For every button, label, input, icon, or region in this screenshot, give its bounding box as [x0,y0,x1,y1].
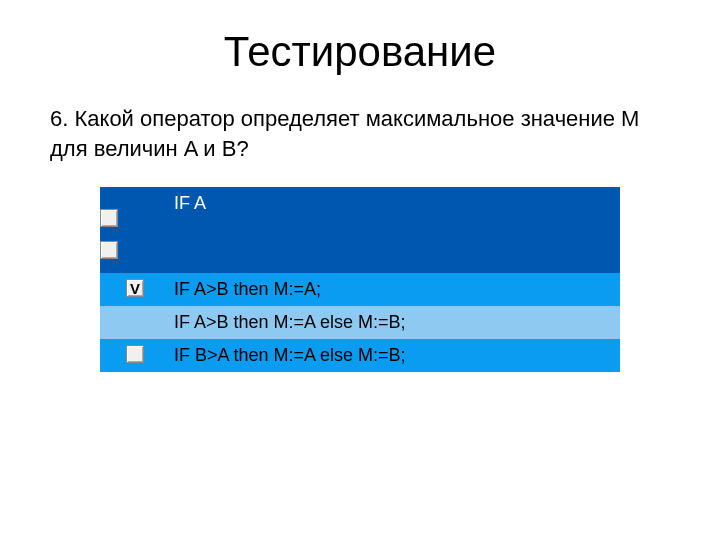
option-row-3: IF B>A then M:=A else M:=B; [100,339,620,372]
option-check-cell-1: V [100,273,170,297]
option-label-0: IF A [170,187,620,220]
option-row-0: IF A [100,187,620,273]
options-table: IF A V IF A>B then M:=A; IF A>B then M:=… [100,187,620,372]
option-check-cell-3 [100,339,170,363]
checkbox-opt-blank[interactable] [100,241,118,259]
option-row-1: V IF A>B then M:=A; [100,273,620,306]
checkbox-opt3[interactable] [126,345,144,363]
option-label-2: IF A>B then M:=A else M:=B; [170,306,620,339]
option-label-1: IF A>B then M:=A; [170,273,620,306]
option-label-3: IF B>A then M:=A else M:=B; [170,339,620,372]
option-check-cell-2 [100,306,170,312]
option-check-cell-0 [100,187,170,273]
checkbox-opt1[interactable]: V [126,279,144,297]
question-text: 6. Какой оператор определяет максимально… [50,104,670,163]
page-title: Тестирование [0,28,720,76]
option-row-2: IF A>B then M:=A else M:=B; [100,306,620,339]
checkbox-opt0[interactable] [100,209,118,227]
